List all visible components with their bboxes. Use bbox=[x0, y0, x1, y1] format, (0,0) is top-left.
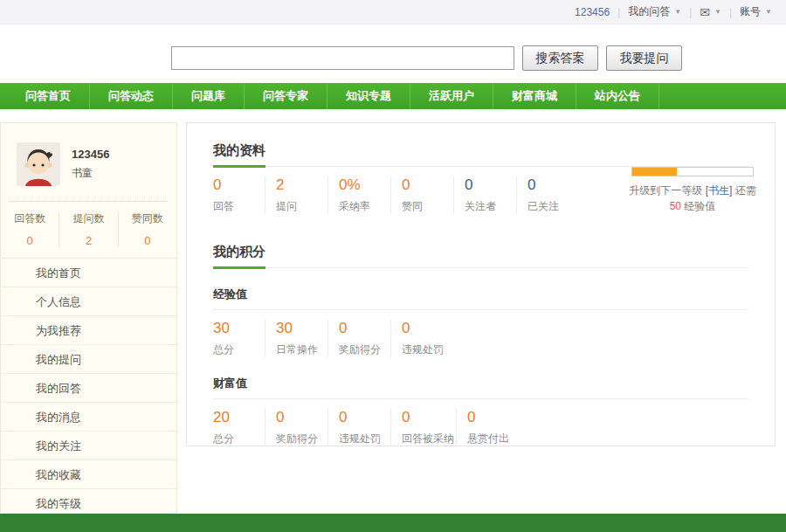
sidebar: 123456 书童 回答数 0 提问数 2 赞同数 0 我的首页 个人信息 bbox=[0, 122, 177, 514]
exp-stat-value: 0 bbox=[402, 320, 452, 337]
exp-subsection-title: 经验值 bbox=[213, 287, 748, 310]
topbar-username-link[interactable]: 123456 bbox=[575, 6, 610, 18]
nav-item[interactable]: 问答首页 bbox=[7, 83, 90, 109]
wealth-subsection-title: 财富值 bbox=[213, 376, 748, 399]
upgrade-text: 升级到下一等级 [书生] 还需 bbox=[617, 183, 768, 198]
exp-stat: 0 违规处罚 bbox=[402, 320, 454, 357]
divider: | bbox=[729, 6, 732, 18]
divider: | bbox=[617, 6, 620, 18]
wealth-stat: 0 奖励得分 bbox=[276, 409, 328, 446]
wealth-stat-label: 奖励得分 bbox=[276, 432, 326, 446]
profile-stat-value: 2 bbox=[276, 176, 326, 194]
sidebar-menu-item[interactable]: 我的等级 bbox=[1, 489, 176, 514]
sidebar-user-rank: 书童 bbox=[72, 166, 109, 181]
profile-stat: 0% 采纳率 bbox=[339, 176, 391, 214]
wealth-stat-value: 0 bbox=[467, 409, 518, 426]
nav-item[interactable]: 问答动态 bbox=[90, 83, 173, 109]
profile-stat: 0 赞同 bbox=[402, 176, 454, 214]
sidebar-stat-value: 0 bbox=[1, 234, 59, 247]
profile-stat-value: 0 bbox=[402, 176, 452, 194]
profile-stat-value: 0 bbox=[527, 176, 578, 194]
wealth-stat-value: 0 bbox=[402, 409, 454, 426]
envelope-icon: ✉ bbox=[700, 6, 710, 18]
sidebar-menu-item[interactable]: 我的消息 bbox=[1, 403, 176, 432]
topbar-my-qa-menu[interactable]: 我的问答 ▼ bbox=[628, 4, 681, 19]
points-section-head: 我的积分 bbox=[213, 244, 748, 268]
exp-progress-fill bbox=[632, 168, 677, 176]
main-panel: 我的资料 0 回答 2 提问 0% 采纳率 0 赞同 0 bbox=[186, 122, 776, 446]
exp-stat-value: 0 bbox=[339, 320, 389, 337]
sidebar-menu-item[interactable]: 我的提问 bbox=[1, 345, 176, 374]
nav-item[interactable]: 问答专家 bbox=[245, 83, 328, 109]
profile-stat-value: 0 bbox=[213, 176, 263, 194]
exp-needed-unit: 经验值 bbox=[684, 200, 715, 212]
chevron-down-icon: ▼ bbox=[674, 8, 681, 16]
wealth-stat-value: 20 bbox=[213, 409, 263, 426]
level-upgrade-box: 升级到下一等级 [书生] 还需 50 经验值 bbox=[617, 167, 768, 214]
sidebar-stat-label: 回答数 bbox=[1, 211, 59, 226]
sidebar-stat: 提问数 2 bbox=[59, 211, 118, 247]
wealth-stat: 20 总分 bbox=[213, 409, 265, 446]
exp-stats-row: 30 总分 30 日常操作 0 奖励得分 0 违规处罚 bbox=[213, 320, 748, 357]
topbar-my-qa-label: 我的问答 bbox=[628, 4, 670, 19]
ask-question-button[interactable]: 我要提问 bbox=[606, 45, 682, 71]
chevron-down-icon: ▼ bbox=[765, 8, 772, 16]
page-footer bbox=[0, 514, 786, 532]
search-answers-button[interactable]: 搜索答案 bbox=[522, 45, 598, 71]
nav-item[interactable]: 知识专题 bbox=[328, 83, 410, 109]
wealth-stats-row: 20 总分 0 奖励得分 0 违规处罚 0 回答被采纳 0 悬赏付出 bbox=[213, 409, 748, 446]
sidebar-menu-item[interactable]: 我的回答 bbox=[1, 374, 176, 403]
profile-section-head: 我的资料 bbox=[213, 123, 748, 167]
exp-stat-label: 总分 bbox=[213, 342, 263, 357]
profile-stat-label: 已关注 bbox=[527, 199, 578, 214]
wealth-stat: 0 回答被采纳 bbox=[402, 409, 457, 446]
topbar-messages-menu[interactable]: ✉ ▼ bbox=[700, 6, 721, 18]
exp-stat: 30 总分 bbox=[213, 320, 265, 357]
sidebar-menu-item[interactable]: 我的收藏 bbox=[1, 460, 176, 489]
topbar-account-label: 账号 bbox=[740, 4, 761, 19]
profile-stat-label: 关注者 bbox=[465, 199, 514, 214]
wealth-stat: 0 悬赏付出 bbox=[467, 409, 520, 446]
nav-item[interactable]: 问题库 bbox=[173, 83, 245, 109]
nav-item[interactable]: 站内公告 bbox=[576, 83, 659, 109]
sidebar-menu: 我的首页 个人信息 为我推荐 我的提问 我的回答 我的消息 我的关注 我的收藏 … bbox=[1, 258, 176, 514]
profile-stat-label: 采纳率 bbox=[339, 199, 389, 214]
topbar-account-menu[interactable]: 账号 ▼ bbox=[740, 4, 772, 19]
sidebar-stat-label: 赞同数 bbox=[119, 211, 176, 226]
exp-stat-label: 违规处罚 bbox=[402, 342, 452, 357]
upgrade-need-text: 50 经验值 bbox=[617, 198, 768, 214]
sidebar-stat: 赞同数 0 bbox=[119, 211, 176, 247]
chevron-down-icon: ▼ bbox=[714, 8, 721, 16]
exp-stat-value: 30 bbox=[213, 320, 263, 337]
avatar[interactable] bbox=[17, 142, 60, 186]
points-section-title: 我的积分 bbox=[213, 244, 265, 269]
profile-stat-label: 回答 bbox=[213, 199, 263, 214]
exp-stat-value: 30 bbox=[276, 320, 326, 337]
user-info: 123456 书童 bbox=[72, 148, 109, 186]
sidebar-stat: 回答数 0 bbox=[1, 211, 59, 247]
wealth-stat-label: 回答被采纳 bbox=[402, 432, 454, 446]
profile-stat: 2 提问 bbox=[276, 176, 328, 214]
main-nav: 问答首页 问答动态 问题库 问答专家 知识专题 活跃用户 财富商城 站内公告 bbox=[0, 83, 786, 109]
next-rank-link[interactable]: [书生] bbox=[706, 184, 733, 197]
user-card: 123456 书童 bbox=[1, 123, 176, 186]
profile-stat-label: 赞同 bbox=[402, 199, 452, 214]
nav-item[interactable]: 活跃用户 bbox=[410, 83, 493, 109]
sidebar-stat-value: 0 bbox=[119, 234, 176, 247]
sidebar-menu-item[interactable]: 个人信息 bbox=[1, 287, 176, 316]
exp-needed-value: 50 bbox=[670, 200, 681, 212]
wealth-stat-value: 0 bbox=[339, 409, 389, 426]
exp-stat: 30 日常操作 bbox=[276, 320, 328, 357]
exp-stat-label: 日常操作 bbox=[276, 342, 326, 357]
search-input[interactable] bbox=[171, 46, 514, 70]
sidebar-menu-item[interactable]: 我的关注 bbox=[1, 432, 176, 460]
exp-stat-label: 奖励得分 bbox=[339, 342, 389, 357]
wealth-stat-label: 违规处罚 bbox=[339, 432, 389, 446]
sidebar-menu-item[interactable]: 为我推荐 bbox=[1, 316, 176, 345]
avatar-image bbox=[17, 142, 60, 186]
profile-stat: 0 已关注 bbox=[527, 176, 580, 214]
nav-item[interactable]: 财富商城 bbox=[493, 83, 576, 109]
exp-stat: 0 奖励得分 bbox=[339, 320, 391, 357]
sidebar-menu-item[interactable]: 我的首页 bbox=[1, 259, 176, 287]
profile-stat-value: 0 bbox=[465, 176, 514, 194]
